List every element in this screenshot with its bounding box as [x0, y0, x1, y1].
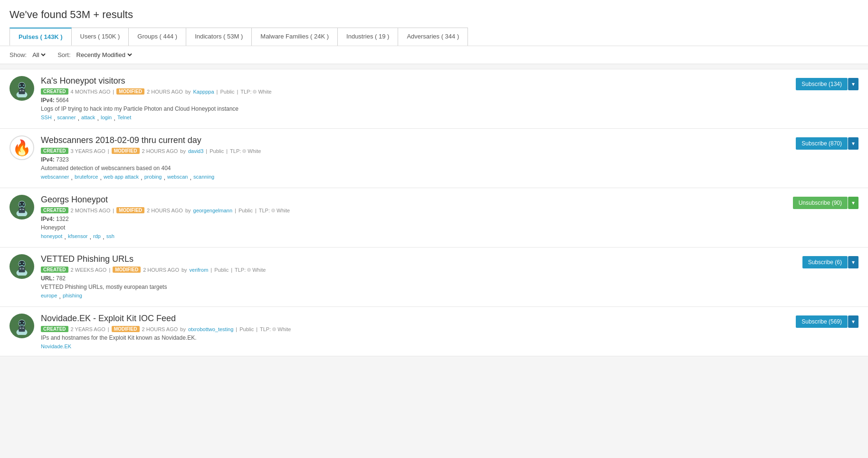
result-tag[interactable]: bruteforce: [75, 174, 98, 181]
result-title[interactable]: VETTED Phishing URLs: [41, 254, 796, 264]
result-indicators: URL: 782: [41, 275, 796, 282]
result-indicators: IPv4: 7323: [41, 156, 789, 163]
subscribe-button-group: Subscribe (6) ▾: [802, 256, 858, 268]
created-badge: CREATED: [41, 88, 68, 95]
result-tag[interactable]: ssh: [106, 233, 114, 240]
tab-adversaries[interactable]: Adversaries ( 344 ): [398, 28, 468, 46]
meta-pipe: |: [235, 208, 236, 213]
result-title[interactable]: Webscanners 2018-02-09 thru current day: [41, 135, 789, 145]
tlp-dot: [271, 209, 275, 212]
result-tag[interactable]: login: [101, 114, 112, 122]
result-item: VETTED Phishing URLs CREATED 2 WEEKS AGO…: [0, 248, 868, 307]
svg-point-4: [19, 85, 21, 86]
meta-separator: |: [113, 208, 114, 213]
svg-rect-30: [19, 326, 25, 332]
author-link[interactable]: otxrobottwo_testing: [188, 326, 233, 332]
result-title[interactable]: Novidade.EK - Exploit Kit IOC Feed: [41, 314, 789, 324]
meta-by: by: [185, 89, 191, 95]
subscribe-dropdown-button[interactable]: ▾: [848, 256, 858, 268]
subscribe-dropdown-button[interactable]: ▾: [848, 315, 858, 328]
result-tag[interactable]: phishing: [63, 293, 82, 300]
tlp-label: TLP:: [235, 267, 246, 273]
result-tag[interactable]: webscan: [167, 174, 188, 181]
svg-rect-7: [19, 90, 21, 91]
result-tag[interactable]: Telnet: [117, 114, 131, 122]
meta-by: by: [180, 326, 186, 332]
subscribe-button[interactable]: Subscribe (569): [796, 315, 848, 328]
created-badge: CREATED: [41, 148, 68, 154]
author-link[interactable]: verifrom: [190, 267, 209, 273]
svg-point-23: [23, 263, 24, 264]
result-tag[interactable]: probing: [144, 174, 162, 181]
meta-pipe2: |: [237, 89, 238, 95]
result-tag[interactable]: europe: [41, 293, 57, 300]
tab-groups[interactable]: Groups ( 444 ): [128, 28, 186, 46]
subscribe-button-group: Unsubscribe (90) ▾: [793, 197, 858, 209]
created-time: 3 YEARS AGO: [71, 148, 105, 154]
subscribe-dropdown-button[interactable]: ▾: [848, 137, 858, 150]
result-title[interactable]: Georgs Honeypot: [41, 195, 786, 205]
svg-rect-25: [19, 268, 21, 269]
result-content: VETTED Phishing URLs CREATED 2 WEEKS AGO…: [41, 254, 796, 300]
subscribe-dropdown-button[interactable]: ▾: [848, 78, 858, 90]
tlp-dot: [242, 149, 246, 153]
result-meta: CREATED 2 YEARS AGO | MODIFIED 2 HOURS A…: [41, 326, 789, 332]
subscribe-button-group: Subscribe (134) ▾: [796, 78, 858, 90]
page-header: We've found 53M + results Pulses ( 143K …: [0, 0, 868, 46]
result-tag[interactable]: honeypot: [41, 233, 62, 240]
tlp-label: TLP:: [260, 326, 271, 332]
result-title[interactable]: Ka's Honeypot visitors: [41, 76, 789, 86]
author-link[interactable]: Kappppa: [193, 89, 214, 95]
result-tag[interactable]: attack: [81, 114, 95, 122]
modified-badge: MODIFIED: [116, 207, 144, 213]
result-meta: CREATED 3 YEARS AGO | MODIFIED 2 HOURS A…: [41, 148, 789, 154]
result-item: Georgs Honeypot CREATED 2 MONTHS AGO | M…: [0, 188, 868, 248]
tab-indicators[interactable]: Indicators ( 53M ): [186, 28, 252, 46]
avatar: [10, 76, 34, 101]
meta-separator: |: [113, 89, 114, 95]
result-tag[interactable]: Novidade.EK: [41, 344, 71, 349]
subscribe-button[interactable]: Subscribe (6): [802, 256, 848, 268]
result-tag[interactable]: SSH: [41, 114, 52, 122]
modified-time: 2 HOURS AGO: [142, 326, 178, 332]
created-time: 2 MONTHS AGO: [71, 208, 111, 213]
svg-point-13: [19, 203, 21, 205]
result-meta: CREATED 2 WEEKS AGO | MODIFIED 2 HOURS A…: [41, 267, 796, 273]
author-link[interactable]: david3: [188, 148, 203, 154]
tab-industries[interactable]: Industries ( 19 ): [337, 28, 398, 46]
result-tag[interactable]: scanning: [193, 174, 214, 181]
svg-rect-15: [20, 206, 24, 207]
tlp-label: TLP:: [240, 89, 251, 95]
subscribe-dropdown-button[interactable]: ▾: [848, 197, 858, 209]
tlp-level: White: [248, 148, 261, 154]
page-title: We've found 53M + results: [10, 9, 858, 21]
author-link[interactable]: georgengelmann: [193, 208, 233, 213]
svg-point-32: [23, 322, 24, 324]
result-tag[interactable]: web app attack: [104, 174, 139, 181]
created-badge: CREATED: [41, 207, 68, 213]
meta-pipe2: |: [226, 148, 228, 154]
created-time: 4 MONTHS AGO: [71, 89, 111, 95]
result-tag[interactable]: scanner: [57, 114, 76, 122]
svg-rect-16: [19, 209, 21, 210]
subscribe-section: Subscribe (6) ▾: [802, 254, 858, 268]
unsubscribe-button[interactable]: Unsubscribe (90): [793, 197, 848, 209]
meta-separator: |: [108, 326, 109, 332]
sort-select[interactable]: Recently Modified Recently Created Most …: [75, 51, 134, 59]
tab-pulses[interactable]: Pulses ( 143K ): [10, 28, 72, 46]
visibility: Public: [210, 148, 224, 154]
result-description: IPs and hostnames for the Exploit Kit kn…: [41, 334, 789, 341]
tab-malware[interactable]: Malware Families ( 24K ): [251, 28, 338, 46]
result-tags: webscanner, bruteforce, web app attack, …: [41, 174, 789, 181]
show-select[interactable]: All: [30, 51, 47, 59]
result-item: 🔥 Webscanners 2018-02-09 thru current da…: [0, 129, 868, 188]
result-tag[interactable]: rdp: [93, 233, 101, 240]
tabs-container: Pulses ( 143K )Users ( 150K )Groups ( 44…: [10, 28, 858, 46]
result-tag[interactable]: kfsensor: [68, 233, 88, 240]
subscribe-button[interactable]: Subscribe (870): [796, 137, 848, 150]
result-tag[interactable]: webscanner: [41, 174, 69, 181]
svg-rect-21: [19, 267, 25, 272]
subscribe-button[interactable]: Subscribe (134): [796, 78, 848, 90]
tab-users[interactable]: Users ( 150K ): [71, 28, 129, 46]
result-indicators: IPv4: 1322: [41, 216, 786, 222]
